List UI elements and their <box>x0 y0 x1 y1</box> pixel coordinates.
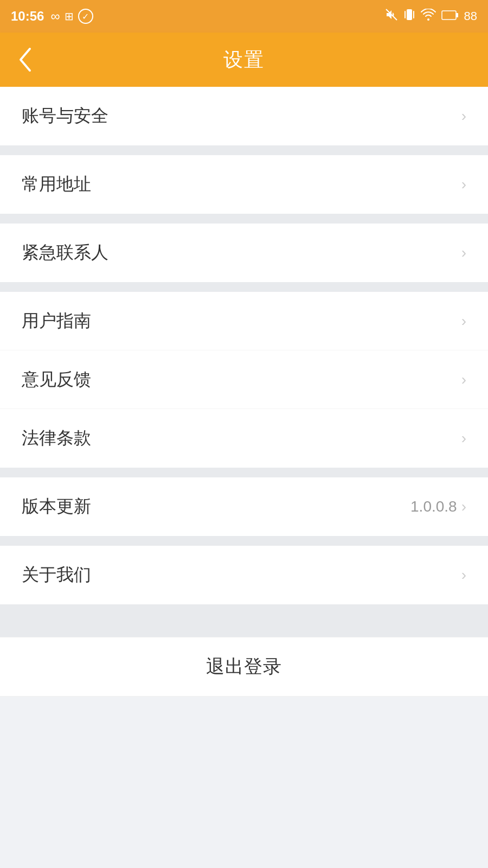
chevron-right-icon: › <box>461 430 466 447</box>
common-address-label: 常用地址 <box>22 173 91 196</box>
menu-item-emergency-contact[interactable]: 紧急联系人 › <box>0 224 488 282</box>
logout-label: 退出登录 <box>206 654 282 679</box>
wifi-icon <box>421 9 436 24</box>
loop-icon: ∞ <box>50 9 60 24</box>
chevron-right-icon: › <box>461 176 466 193</box>
group-divider-4 <box>0 468 488 477</box>
account-security-label: 账号与安全 <box>22 104 108 128</box>
menu-group-about: 关于我们 › <box>0 546 488 604</box>
menu-group-address: 常用地址 › <box>0 155 488 214</box>
menu-item-version-update[interactable]: 版本更新 1.0.0.8 › <box>0 477 488 536</box>
menu-item-common-address[interactable]: 常用地址 › <box>0 155 488 214</box>
version-update-label: 版本更新 <box>22 495 91 519</box>
legal-terms-label: 法律条款 <box>22 426 91 450</box>
feedback-label: 意见反馈 <box>22 368 91 392</box>
settings-content: 账号与安全 › 常用地址 › 紧急联系人 › <box>0 87 488 697</box>
chevron-right-icon: › <box>461 498 466 515</box>
svg-rect-2 <box>404 11 406 18</box>
about-us-label: 关于我们 <box>22 563 91 587</box>
menu-item-legal-terms[interactable]: 法律条款 › <box>0 409 488 468</box>
menu-item-user-guide[interactable]: 用户指南 › <box>0 292 488 350</box>
logout-button[interactable]: 退出登录 <box>0 637 488 697</box>
image-icon: ⊞ <box>65 10 74 23</box>
version-value: 1.0.0.8 <box>410 498 457 515</box>
menu-item-about-us[interactable]: 关于我们 › <box>0 546 488 604</box>
check-circle-icon: ✓ <box>78 9 93 24</box>
status-icons: ∞ ⊞ ✓ <box>50 9 93 24</box>
mute-icon <box>385 8 398 24</box>
user-guide-label: 用户指南 <box>22 309 91 333</box>
chevron-right-icon: › <box>461 244 466 261</box>
emergency-contact-label: 紧急联系人 <box>22 241 108 265</box>
menu-group-version: 版本更新 1.0.0.8 › <box>0 477 488 536</box>
menu-group-emergency: 紧急联系人 › <box>0 224 488 282</box>
back-button[interactable] <box>16 46 33 73</box>
group-divider-1 <box>0 145 488 155</box>
page-title: 设置 <box>223 47 265 73</box>
group-divider-3 <box>0 282 488 292</box>
menu-item-account-security[interactable]: 账号与安全 › <box>0 87 488 145</box>
svg-rect-3 <box>413 11 414 18</box>
status-left: 10:56 ∞ ⊞ ✓ <box>11 9 93 24</box>
vibrate-icon <box>403 8 415 25</box>
group-divider-5 <box>0 536 488 546</box>
status-bar: 10:56 ∞ ⊞ ✓ <box>0 0 488 33</box>
chevron-right-icon: › <box>461 371 466 388</box>
nav-bar: 设置 <box>0 33 488 87</box>
menu-group-help: 用户指南 › 意见反馈 › 法律条款 › <box>0 292 488 468</box>
bottom-spacer <box>0 604 488 637</box>
status-right: 88 <box>385 8 477 25</box>
svg-rect-1 <box>407 9 412 20</box>
chevron-right-icon: › <box>461 312 466 330</box>
status-time: 10:56 <box>11 9 44 24</box>
group-divider-2 <box>0 214 488 224</box>
svg-rect-5 <box>456 13 458 17</box>
chevron-right-icon: › <box>461 566 466 584</box>
battery-level: 88 <box>464 9 477 23</box>
menu-group-account: 账号与安全 › <box>0 87 488 145</box>
chevron-right-icon: › <box>461 107 466 125</box>
menu-item-feedback[interactable]: 意见反馈 › <box>0 350 488 409</box>
svg-rect-4 <box>442 11 456 20</box>
battery-outline-icon <box>441 9 459 23</box>
